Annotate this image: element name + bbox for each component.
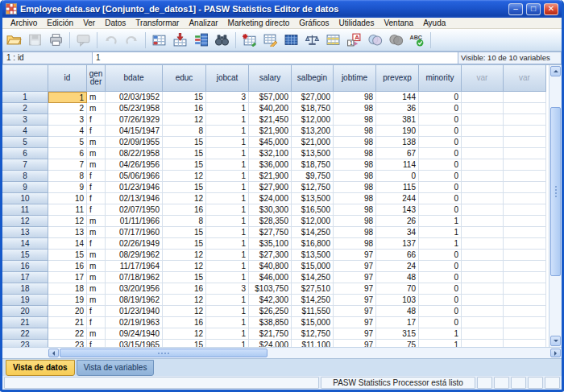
cell-r18-jobtime[interactable]: 97 [334,283,376,295]
row-header-9[interactable]: 9 [2,182,48,193]
cell-r21-minority[interactable]: 0 [419,317,462,328]
cell-r18-salbegin[interactable]: $27,510 [292,283,334,295]
cell-r14-jobtime[interactable]: 98 [334,238,376,250]
cell-r12-id[interactable]: 12 [48,216,87,227]
cell-r9-salbegin[interactable]: $12,750 [292,182,334,193]
cell-r2-minority[interactable]: 0 [419,103,462,114]
cell-r1-gender[interactable]: m [87,92,106,103]
cell-r6-salary[interactable]: $32,100 [249,148,292,159]
cell-r23-prevexp[interactable]: 75 [376,340,419,347]
cell-r20-jobtime[interactable]: 97 [334,306,376,317]
menu-item-edicion[interactable]: Edición [42,18,78,29]
cell-r16-jobcat[interactable]: 1 [206,261,249,272]
row-header-2[interactable]: 2 [2,103,48,114]
cell-r17-salary[interactable]: $46,000 [249,272,292,283]
insert-cases-button[interactable] [239,31,259,50]
cell-r1-jobtime[interactable]: 98 [334,92,376,103]
cell-r23-jobtime[interactable]: 97 [334,340,376,347]
cell-r8-educ[interactable]: 12 [163,171,206,182]
cell-r14-gender[interactable]: f [87,238,106,250]
cell-r11-jobcat[interactable]: 1 [206,204,249,216]
variables-button[interactable] [191,31,211,50]
value-labels-button[interactable]: A1 [344,31,364,50]
cell-r5-var1[interactable] [462,137,504,148]
row-header-7[interactable]: 7 [2,159,48,171]
cell-r7-jobcat[interactable]: 1 [206,159,249,171]
cell-r4-var1[interactable] [462,126,504,137]
row-header-14[interactable]: 14 [2,238,48,250]
cell-r22-jobcat[interactable]: 1 [206,328,249,340]
menu-item-ver[interactable]: Ver [78,18,100,29]
row-header-22[interactable]: 22 [2,328,48,340]
cell-r13-prevexp[interactable]: 34 [376,227,419,238]
cell-r15-bdate[interactable]: 08/29/1962 [106,250,163,261]
cell-r21-prevexp[interactable]: 17 [376,317,419,328]
cell-r7-jobtime[interactable]: 98 [334,159,376,171]
cell-r23-minority[interactable]: 1 [419,340,462,347]
cell-r13-salary[interactable]: $27,750 [249,227,292,238]
cell-r7-prevexp[interactable]: 114 [376,159,419,171]
cell-r13-var2[interactable] [504,227,546,238]
cell-r13-jobtime[interactable]: 98 [334,227,376,238]
cell-r13-bdate[interactable]: 07/17/1960 [106,227,163,238]
cell-r14-bdate[interactable]: 02/26/1949 [106,238,163,250]
cell-r12-var1[interactable] [462,216,504,227]
cell-r22-bdate[interactable]: 09/24/1940 [106,328,163,340]
menu-item-utilidades[interactable]: Utilidades [334,18,379,29]
cell-r11-prevexp[interactable]: 143 [376,204,419,216]
cell-r19-jobcat[interactable]: 1 [206,295,249,306]
cell-r15-var2[interactable] [504,250,546,261]
cell-r12-salary[interactable]: $28,350 [249,216,292,227]
column-header-var2[interactable]: var [504,65,546,92]
cell-r23-salbegin[interactable]: $11,100 [292,340,334,347]
cell-r7-bdate[interactable]: 04/26/1956 [106,159,163,171]
menu-item-marketing-directo[interactable]: Marketing directo [223,18,295,29]
vertical-scrollbar[interactable] [549,65,562,347]
cell-r3-bdate[interactable]: 07/26/1929 [106,114,163,126]
row-header-23[interactable]: 23 [2,340,48,347]
cell-r2-gender[interactable]: m [87,103,106,114]
cell-r12-prevexp[interactable]: 26 [376,216,419,227]
cell-r4-jobcat[interactable]: 1 [206,126,249,137]
cell-r10-id[interactable]: 10 [48,193,87,204]
cell-r9-bdate[interactable]: 01/23/1946 [106,182,163,193]
cell-r8-jobcat[interactable]: 1 [206,171,249,182]
cell-r16-var1[interactable] [462,261,504,272]
row-header-21[interactable]: 21 [2,317,48,328]
cell-r18-bdate[interactable]: 03/20/1956 [106,283,163,295]
cell-r7-id[interactable]: 7 [48,159,87,171]
cell-r6-educ[interactable]: 15 [163,148,206,159]
cell-r13-id[interactable]: 13 [48,227,87,238]
cell-r12-bdate[interactable]: 01/11/1966 [106,216,163,227]
cell-r18-var1[interactable] [462,283,504,295]
cell-r15-jobcat[interactable]: 1 [206,250,249,261]
cell-r4-bdate[interactable]: 04/15/1947 [106,126,163,137]
cell-r1-salbegin[interactable]: $27,000 [292,92,334,103]
cell-r11-educ[interactable]: 16 [163,204,206,216]
cell-r10-educ[interactable]: 12 [163,193,206,204]
row-header-17[interactable]: 17 [2,272,48,283]
cell-r23-var2[interactable] [504,340,546,347]
cell-r2-jobcat[interactable]: 1 [206,103,249,114]
cell-r23-salary[interactable]: $24,000 [249,340,292,347]
row-header-16[interactable]: 16 [2,261,48,272]
cell-r19-educ[interactable]: 12 [163,295,206,306]
cell-r17-jobcat[interactable]: 1 [206,272,249,283]
cell-r15-gender[interactable]: m [87,250,106,261]
cell-r6-id[interactable]: 6 [48,148,87,159]
row-header-6[interactable]: 6 [2,148,48,159]
cell-r19-id[interactable]: 19 [48,295,87,306]
cell-r4-id[interactable]: 4 [48,126,87,137]
cell-r22-prevexp[interactable]: 315 [376,328,419,340]
cell-r1-educ[interactable]: 15 [163,92,206,103]
scroll-up-arrow[interactable] [550,66,561,76]
cell-r22-jobtime[interactable]: 97 [334,328,376,340]
cell-r5-id[interactable]: 5 [48,137,87,148]
row-header-12[interactable]: 12 [2,216,48,227]
row-header-20[interactable]: 20 [2,306,48,317]
cell-r6-bdate[interactable]: 08/22/1958 [106,148,163,159]
cell-r7-var1[interactable] [462,159,504,171]
cell-r19-var1[interactable] [462,295,504,306]
cell-r3-var2[interactable] [504,114,546,126]
scroll-left-arrow[interactable] [48,349,59,357]
